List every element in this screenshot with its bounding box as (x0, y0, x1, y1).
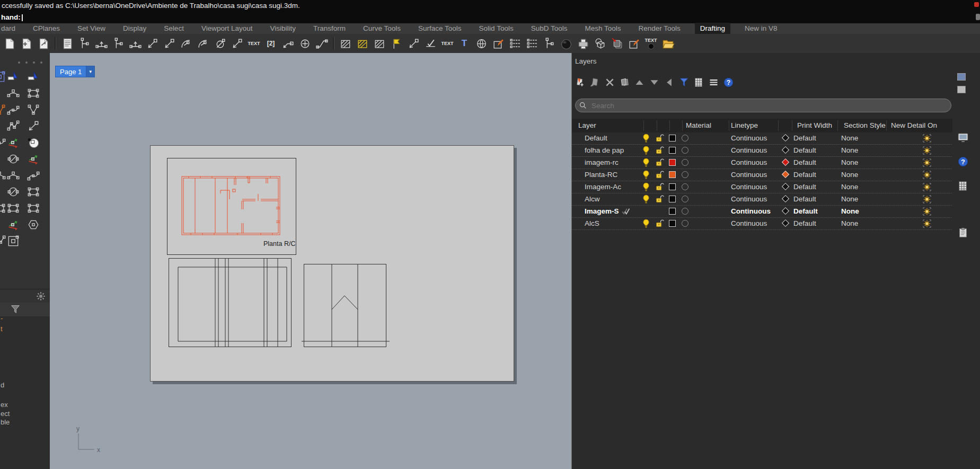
column-material[interactable]: Material (686, 121, 711, 129)
section-style-value[interactable]: None (841, 183, 858, 191)
bulb-icon[interactable] (641, 133, 651, 144)
print-width-diamond-icon[interactable] (782, 195, 789, 202)
move-down-icon[interactable] (648, 76, 660, 89)
bulb-icon[interactable] (641, 145, 651, 156)
dim-vertical-icon[interactable] (111, 36, 126, 51)
layer-color-swatch[interactable] (669, 159, 676, 166)
panel-tab-layers-icon[interactable] (957, 180, 969, 192)
unparent-icon[interactable] (663, 76, 675, 89)
curve-blend-tool-icon[interactable] (6, 86, 20, 100)
text-edit-icon[interactable]: TEXT (440, 36, 455, 51)
section-style-value[interactable]: None (841, 171, 858, 179)
ellipse-tool-icon[interactable] (6, 185, 20, 199)
section-style-value[interactable]: None (841, 195, 858, 203)
linetype-value[interactable]: Continuous (731, 171, 767, 179)
circle-tool-icon[interactable] (6, 152, 20, 166)
new-detail-on-icon[interactable] (922, 194, 932, 205)
linetype-value[interactable]: Continuous (731, 219, 767, 227)
new-detail-on-icon[interactable] (922, 218, 932, 229)
polygon-tool-icon[interactable] (27, 218, 40, 232)
layer-color-swatch[interactable] (669, 220, 676, 227)
layer-row-folha-de-papel[interactable]: folha de pap Continuous Default None (572, 145, 953, 157)
annotate-style-tool-icon[interactable] (6, 70, 20, 84)
print-icon[interactable] (576, 36, 590, 51)
dim-diameter-icon[interactable] (213, 36, 227, 51)
center-mark-icon[interactable] (297, 36, 312, 51)
column-section-style[interactable]: Section Style (844, 121, 886, 129)
layer-name[interactable]: Planta-RC (585, 171, 617, 179)
layer-name[interactable]: Imagem-S (585, 207, 619, 215)
rectangle3-tool-icon[interactable] (6, 201, 20, 215)
material-circle-icon[interactable] (682, 196, 688, 202)
layer-row-imagem-ac[interactable]: Imagem-Ac Continuous Default None (572, 181, 953, 193)
clipped-tool-icon[interactable] (0, 70, 6, 84)
layer-color-swatch[interactable] (669, 171, 676, 178)
detail-list-icon[interactable] (508, 36, 523, 51)
chevron-down-icon[interactable]: ▼ (86, 66, 95, 77)
material-circle-icon[interactable] (682, 147, 688, 154)
print-width-diamond-icon[interactable] (782, 146, 789, 154)
new-detail-on-icon[interactable] (922, 133, 932, 144)
render-sphere-icon[interactable] (559, 36, 573, 51)
dim-arrow-icon[interactable] (229, 36, 244, 51)
dim-point-icon[interactable] (94, 36, 109, 51)
new-sublayer-icon[interactable] (589, 76, 601, 89)
gear-icon[interactable] (35, 290, 47, 302)
render-preview-icon[interactable] (593, 36, 607, 51)
lock-icon[interactable] (655, 158, 665, 168)
polyline-tool-icon[interactable] (6, 119, 20, 133)
clipped-tool-icon[interactable] (0, 234, 6, 248)
menu-item-curve-tools[interactable]: Curve Tools (363, 23, 401, 34)
material-circle-icon[interactable] (682, 171, 688, 178)
print-width-value[interactable]: Default (793, 207, 818, 215)
material-circle-icon[interactable] (682, 183, 688, 190)
layer-name[interactable]: Alcw (585, 195, 600, 203)
bulb-icon[interactable] (641, 194, 651, 205)
close-indicator-icon[interactable] (974, 2, 979, 7)
print-width-diamond-icon[interactable] (782, 171, 789, 178)
material-circle-icon[interactable] (682, 159, 688, 166)
gumball-tool-icon[interactable] (6, 218, 20, 232)
dim-aligned-icon[interactable] (145, 36, 160, 51)
column-linetype[interactable]: Linetype (731, 121, 758, 129)
lock-icon[interactable] (655, 170, 665, 180)
bulb-icon[interactable] (641, 182, 651, 192)
open-layout-folder-icon[interactable] (660, 36, 675, 51)
new-detail-on-icon[interactable] (922, 145, 932, 156)
bulb-icon[interactable] (641, 157, 651, 168)
filter-funnel-icon[interactable] (10, 304, 21, 315)
dim-polyline-icon[interactable] (314, 36, 329, 51)
column-new-detail-on[interactable]: New Detail On (891, 121, 937, 129)
section-flag-icon[interactable] (389, 36, 404, 51)
menu-item-transform[interactable]: Transform (313, 23, 346, 34)
open-file-icon[interactable] (36, 36, 51, 51)
print-width-diamond-icon[interactable] (782, 134, 789, 141)
command-input-line[interactable]: hand: (0, 12, 980, 23)
material-circle-icon[interactable] (682, 220, 688, 227)
hatch-yellow-icon[interactable] (355, 36, 370, 51)
layout-viewport[interactable]: Page 1 ▼ Planta R/C (50, 53, 571, 469)
print-width-diamond-icon[interactable] (782, 207, 789, 215)
column-layer[interactable]: Layer (578, 121, 596, 129)
lock-icon[interactable] (655, 134, 665, 144)
print-width-value[interactable]: Default (793, 158, 816, 166)
material-circle-icon[interactable] (682, 135, 688, 141)
dim-angular-icon[interactable] (179, 36, 193, 51)
menu-item-solid-tools[interactable]: Solid Tools (479, 23, 514, 34)
new-file-template-icon[interactable] (19, 36, 34, 51)
hatch-base-icon[interactable] (372, 36, 387, 51)
layer-row-imagem-rc[interactable]: imagem-rc Continuous Default None (572, 157, 953, 169)
bulb-icon[interactable] (641, 218, 651, 229)
dim-horizontal-icon[interactable] (128, 36, 143, 51)
filter-icon[interactable] (678, 76, 690, 89)
linetype-value[interactable]: Continuous (731, 134, 767, 142)
menu-item-render-tools[interactable]: Render Tools (639, 23, 681, 34)
column-print-width[interactable]: Print Width (797, 121, 832, 129)
print-width-value[interactable]: Default (793, 183, 816, 191)
lock-icon[interactable] (655, 194, 665, 205)
clipped-tool-icon[interactable] (0, 169, 6, 182)
new-detail-on-icon[interactable] (922, 206, 932, 217)
print-width-value[interactable]: Default (793, 134, 816, 142)
layer-color-swatch[interactable] (669, 147, 676, 154)
linetype-value[interactable]: Continuous (731, 146, 767, 154)
